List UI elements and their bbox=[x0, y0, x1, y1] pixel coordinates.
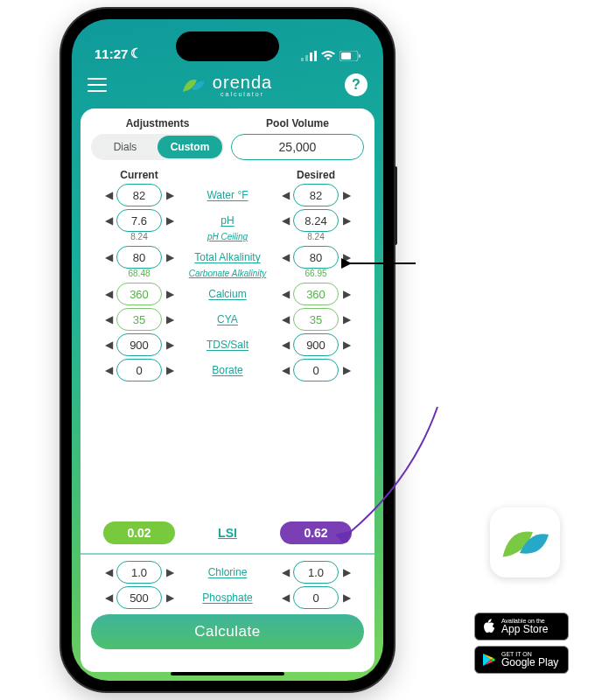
help-button[interactable]: ? bbox=[345, 74, 368, 96]
dec-arrow-icon[interactable]: ◀ bbox=[279, 592, 291, 604]
sub-current: 8.24 bbox=[91, 232, 187, 242]
current-value[interactable]: 0 bbox=[116, 359, 162, 382]
desired-stepper: ◀ 35 ▶ bbox=[268, 308, 364, 331]
seg-dials[interactable]: Dials bbox=[93, 136, 158, 158]
param-label[interactable]: CYA bbox=[187, 313, 268, 326]
inc-arrow-icon[interactable]: ▶ bbox=[164, 251, 176, 263]
param-label[interactable]: Chlorine bbox=[187, 566, 268, 578]
current-value[interactable]: 1.0 bbox=[116, 561, 162, 584]
current-value[interactable]: 80 bbox=[116, 246, 162, 269]
param-label[interactable]: Total Alkalinity bbox=[187, 251, 268, 263]
desired-value[interactable]: 1.0 bbox=[293, 561, 339, 584]
inc-arrow-icon[interactable]: ▶ bbox=[340, 566, 353, 578]
inc-arrow-icon[interactable]: ▶ bbox=[164, 339, 176, 351]
desired-value[interactable]: 0 bbox=[293, 359, 339, 382]
inc-arrow-icon[interactable]: ▶ bbox=[164, 566, 176, 578]
param-row: ◀ 80 ▶ Total Alkalinity ◀ 80 ▶ bbox=[88, 243, 368, 269]
app-bar: orenda calculator ? bbox=[72, 65, 383, 105]
param-row: ◀ 82 ▶ Water °F ◀ 82 ▶ bbox=[88, 181, 368, 206]
param-label[interactable]: TDS/Salt bbox=[187, 339, 268, 351]
dec-arrow-icon[interactable]: ◀ bbox=[279, 251, 291, 263]
apple-label: App Store bbox=[501, 624, 548, 635]
dec-arrow-icon[interactable]: ◀ bbox=[102, 339, 115, 351]
inc-arrow-icon[interactable]: ▶ bbox=[164, 313, 176, 326]
divider bbox=[80, 553, 374, 555]
dec-arrow-icon[interactable]: ◀ bbox=[279, 364, 291, 376]
adjustments-label: Adjustments bbox=[91, 117, 224, 130]
desired-value[interactable]: 900 bbox=[293, 333, 339, 356]
desired-value[interactable]: 8.24 bbox=[293, 209, 339, 232]
inc-arrow-icon[interactable]: ▶ bbox=[340, 189, 353, 201]
inc-arrow-icon[interactable]: ▶ bbox=[340, 364, 353, 376]
current-value[interactable]: 82 bbox=[116, 184, 162, 206]
google-play-badge[interactable]: GET IT ONGoogle Play bbox=[474, 646, 569, 674]
pool-volume-input[interactable] bbox=[231, 134, 364, 160]
inc-arrow-icon[interactable]: ▶ bbox=[164, 214, 176, 227]
desired-stepper: ◀ 82 ▶ bbox=[268, 184, 364, 206]
inc-arrow-icon[interactable]: ▶ bbox=[340, 592, 353, 604]
dec-arrow-icon[interactable]: ◀ bbox=[102, 189, 115, 201]
param-label[interactable]: pH bbox=[187, 214, 268, 227]
dec-arrow-icon[interactable]: ◀ bbox=[102, 214, 115, 227]
desired-value[interactable]: 82 bbox=[293, 184, 339, 206]
inc-arrow-icon[interactable]: ▶ bbox=[340, 313, 353, 326]
inc-arrow-icon[interactable]: ▶ bbox=[340, 288, 353, 300]
param-label[interactable]: Borate bbox=[187, 364, 268, 376]
inc-arrow-icon[interactable]: ▶ bbox=[164, 288, 176, 300]
dec-arrow-icon[interactable]: ◀ bbox=[279, 288, 291, 300]
desired-value[interactable]: 80 bbox=[293, 246, 339, 269]
screen: 11:27 ☾ orenda calculator ? bbox=[72, 19, 383, 681]
dec-arrow-icon[interactable]: ◀ bbox=[279, 214, 291, 227]
home-indicator bbox=[171, 672, 284, 676]
param-row: ◀ 1.0 ▶ Chlorine ◀ 1.0 ▶ bbox=[88, 558, 368, 584]
dec-arrow-icon[interactable]: ◀ bbox=[279, 566, 291, 578]
desired-value[interactable]: 360 bbox=[293, 283, 339, 305]
calculate-button[interactable]: Calculate bbox=[91, 614, 364, 649]
dec-arrow-icon[interactable]: ◀ bbox=[279, 313, 291, 326]
svg-rect-0 bbox=[301, 58, 304, 61]
current-value[interactable]: 500 bbox=[116, 586, 162, 609]
lsi-label[interactable]: LSI bbox=[192, 526, 262, 540]
sub-label[interactable]: pH Ceiling bbox=[187, 232, 268, 242]
desired-stepper: ◀ 360 ▶ bbox=[268, 283, 364, 305]
lsi-desired: 0.62 bbox=[280, 522, 352, 544]
menu-icon[interactable] bbox=[88, 78, 107, 92]
current-value[interactable]: 360 bbox=[116, 283, 162, 305]
dec-arrow-icon[interactable]: ◀ bbox=[102, 364, 115, 376]
param-label[interactable]: Phosphate bbox=[187, 592, 268, 604]
inc-arrow-icon[interactable]: ▶ bbox=[164, 364, 176, 376]
desired-stepper: ◀ 8.24 ▶ bbox=[268, 209, 364, 232]
dec-arrow-icon[interactable]: ◀ bbox=[279, 339, 291, 351]
brand-logo: orenda calculator bbox=[179, 73, 272, 97]
dec-arrow-icon[interactable]: ◀ bbox=[102, 566, 115, 578]
svg-rect-1 bbox=[305, 55, 308, 61]
inc-arrow-icon[interactable]: ▶ bbox=[164, 189, 176, 201]
google-play-icon bbox=[482, 653, 496, 667]
desired-value[interactable]: 35 bbox=[293, 308, 339, 331]
current-stepper: ◀ 35 ▶ bbox=[91, 308, 187, 331]
dec-arrow-icon[interactable]: ◀ bbox=[102, 288, 115, 300]
param-row: ◀ 7.6 ▶ pH ◀ 8.24 ▶ bbox=[88, 206, 368, 232]
dec-arrow-icon[interactable]: ◀ bbox=[102, 592, 115, 604]
param-row: ◀ 0 ▶ Borate ◀ 0 ▶ bbox=[88, 356, 368, 382]
app-store-badge[interactable]: Available on theApp Store bbox=[474, 612, 569, 640]
sub-desired: 66.95 bbox=[268, 269, 364, 278]
seg-custom[interactable]: Custom bbox=[158, 136, 222, 158]
inc-arrow-icon[interactable]: ▶ bbox=[340, 339, 353, 351]
inc-arrow-icon[interactable]: ▶ bbox=[164, 592, 176, 604]
param-label[interactable]: Water °F bbox=[187, 189, 268, 201]
inc-arrow-icon[interactable]: ▶ bbox=[340, 214, 353, 227]
status-time: 11:27 bbox=[94, 46, 128, 61]
current-value[interactable]: 900 bbox=[116, 333, 162, 356]
inc-arrow-icon[interactable]: ▶ bbox=[340, 251, 353, 263]
param-label[interactable]: Calcium bbox=[187, 288, 268, 300]
dec-arrow-icon[interactable]: ◀ bbox=[102, 313, 115, 326]
apple-icon bbox=[482, 619, 496, 634]
dec-arrow-icon[interactable]: ◀ bbox=[102, 251, 115, 263]
dec-arrow-icon[interactable]: ◀ bbox=[279, 189, 291, 201]
sub-label[interactable]: Carbonate Alkalinity bbox=[187, 269, 268, 278]
svg-rect-6 bbox=[359, 54, 360, 58]
desired-value[interactable]: 0 bbox=[293, 586, 339, 609]
current-value[interactable]: 35 bbox=[116, 308, 162, 331]
current-value[interactable]: 7.6 bbox=[116, 209, 162, 232]
